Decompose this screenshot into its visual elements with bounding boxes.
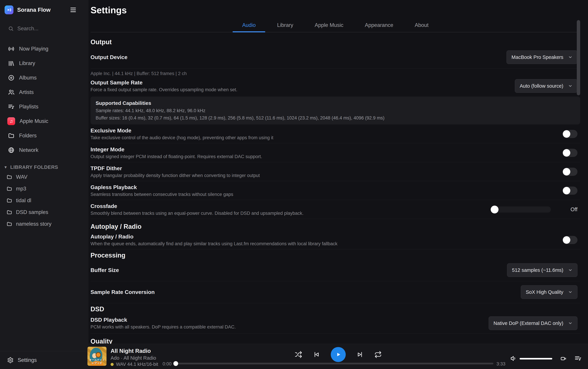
tpdf-dither-row: TPDF Dither Apply triangular probability…	[90, 162, 580, 181]
dsd-playback-dropdown[interactable]: Native DoP (External DAC only)	[489, 316, 578, 330]
dsd-playback-value: Native DoP (External DAC only)	[494, 320, 563, 326]
sidebar-item-label: Folders	[19, 133, 37, 139]
library-folder-mp3[interactable]: mp3	[0, 183, 89, 195]
tab-apple-music[interactable]: Apple Music	[305, 22, 353, 32]
library-folder-tidal-dl[interactable]: tidal dl	[0, 195, 89, 206]
section-header-output: Output	[90, 39, 580, 46]
sidebar-item-label: Albums	[19, 75, 37, 81]
gapless-playback-toggle[interactable]	[562, 186, 578, 195]
gear-icon	[7, 357, 14, 363]
library-folder-dsd-samples[interactable]: DSD samples	[0, 206, 89, 218]
page-title: Settings	[90, 0, 580, 15]
shuffle-button[interactable]	[295, 351, 302, 358]
folder-label: DSD samples	[16, 209, 48, 215]
tab-appearance[interactable]: Appearance	[355, 22, 403, 32]
sidebar-item-label: Network	[19, 147, 39, 153]
crossfade-slider[interactable]	[491, 206, 551, 213]
capabilities-title: Supported Capabilities	[96, 100, 575, 106]
output-device-dropdown[interactable]: MacBook Pro Speakers	[507, 50, 578, 64]
exclusive-mode-row: Exclusive Mode Take exclusive control of…	[90, 124, 580, 143]
library-folder-wav[interactable]: WAV	[0, 171, 89, 183]
supported-capabilities-panel: Supported Capabilities Sample rates: 44.…	[90, 96, 580, 124]
exclusive-mode-toggle[interactable]	[562, 130, 578, 138]
sidebar-item-apple-music[interactable]: ♫ Apple Music	[0, 114, 89, 128]
hamburger-menu-icon[interactable]	[70, 8, 76, 12]
now-playing-icon	[8, 45, 15, 52]
crossfade-label: Crossfade	[90, 203, 304, 209]
sidebar-item-label: Artists	[19, 89, 34, 95]
app-logo-icon	[5, 5, 13, 14]
library-folders-header[interactable]: ▼ LIBRARY FOLDERS	[4, 164, 89, 170]
output-device-icon[interactable]	[560, 355, 567, 362]
library-folder-nameless-story[interactable]: nameless story	[0, 218, 89, 230]
track-artist: Ado · All Night Radio	[110, 355, 156, 361]
autoplay-radio-desc: When the queue ends, automatically find …	[90, 241, 337, 246]
crossfade-desc: Smoothly blend between tracks using an e…	[90, 211, 304, 216]
folder-icon	[7, 198, 12, 203]
settings-tabs: Audio Library Apple Music Appearance Abo…	[90, 22, 580, 32]
sidebar-item-library[interactable]: Library	[0, 56, 89, 71]
integer-mode-toggle[interactable]	[562, 149, 578, 157]
buffer-size-value: 512 samples (~11.6ms)	[512, 267, 563, 273]
section-header-dsd: DSD	[90, 306, 580, 313]
sidebar-item-artists[interactable]: Artists	[0, 85, 89, 99]
sample-rate-conversion-row: Sample Rate Conversion SoX High Quality	[90, 281, 580, 303]
search-placeholder: Search...	[17, 26, 39, 32]
capabilities-buffer-sizes: Buffer sizes: 16 (0.4 ms), 32 (0.7 ms), …	[96, 115, 575, 121]
autoplay-radio-label: Autoplay / Radio	[90, 234, 337, 240]
apple-music-icon: ♫	[7, 117, 15, 125]
tab-library[interactable]: Library	[268, 22, 303, 32]
progress-bar[interactable]	[174, 363, 493, 364]
repeat-button[interactable]	[374, 351, 382, 358]
buffer-size-row: Buffer Size 512 samples (~11.6ms)	[90, 259, 580, 281]
settings-label: Settings	[18, 357, 37, 363]
capabilities-sample-rates: Sample rates: 44.1 kHz, 48.0 kHz, 88.2 k…	[96, 108, 575, 113]
sidebar-item-network[interactable]: Network	[0, 143, 89, 157]
app-title: Sorana Flow	[17, 7, 70, 13]
sidebar-item-label: Library	[19, 60, 35, 66]
output-device-label: Output Device	[90, 54, 128, 61]
chevron-down-icon	[568, 321, 573, 325]
tpdf-dither-desc: Apply triangular probability density fun…	[90, 173, 260, 178]
tpdf-dither-toggle[interactable]	[562, 168, 578, 176]
autoplay-radio-toggle[interactable]	[562, 236, 578, 244]
sidebar-item-playlists[interactable]: Playlists	[0, 99, 89, 114]
scrollbar-thumb[interactable]	[577, 20, 580, 95]
progress-knob[interactable]	[173, 361, 178, 366]
search-input[interactable]: Search...	[0, 26, 89, 32]
play-button[interactable]	[331, 347, 346, 362]
queue-icon[interactable]	[574, 355, 581, 362]
output-device-row: Output Device MacBook Pro Speakers	[90, 46, 580, 69]
crossfade-value: Off	[567, 206, 578, 213]
previous-track-button[interactable]	[313, 351, 320, 358]
folder-label: nameless story	[16, 221, 51, 227]
search-icon	[8, 26, 14, 31]
section-header-processing: Processing	[90, 252, 580, 259]
next-track-button[interactable]	[356, 351, 364, 358]
format-badge: WAV 44.1 kHz/16-bit	[110, 362, 158, 367]
output-sample-rate-label: Output Sample Rate	[90, 80, 237, 86]
tab-about[interactable]: About	[405, 22, 438, 32]
playlists-icon	[8, 103, 15, 110]
output-sample-rate-dropdown[interactable]: Auto (follow source)	[515, 79, 578, 93]
folder-icon	[7, 174, 12, 180]
player-bar: オールナイト レディオ All Night Radio Ado · All Ni…	[89, 344, 588, 369]
sample-rate-conversion-label: Sample Rate Conversion	[90, 289, 155, 295]
volume-fill	[520, 358, 552, 359]
gapless-playback-label: Gapless Playback	[90, 184, 233, 190]
sidebar-item-now-playing[interactable]: Now Playing	[0, 41, 89, 56]
output-sample-rate-row: Output Sample Rate Force a fixed output …	[90, 76, 580, 95]
volume-slider[interactable]	[520, 358, 552, 359]
folder-label: WAV	[16, 174, 27, 180]
buffer-size-dropdown[interactable]: 512 samples (~11.6ms)	[507, 263, 578, 277]
crossfade-slider-knob[interactable]	[491, 205, 498, 214]
sidebar-item-settings[interactable]: Settings	[0, 351, 89, 369]
chevron-down-icon	[568, 290, 573, 294]
folder-icon	[7, 221, 12, 227]
folder-label: mp3	[16, 186, 26, 192]
volume-icon[interactable]	[510, 355, 517, 362]
sidebar-item-albums[interactable]: Albums	[0, 71, 89, 85]
sidebar-item-folders[interactable]: Folders	[0, 128, 89, 143]
sample-rate-conversion-dropdown[interactable]: SoX High Quality	[521, 285, 578, 299]
tab-audio[interactable]: Audio	[233, 22, 265, 32]
